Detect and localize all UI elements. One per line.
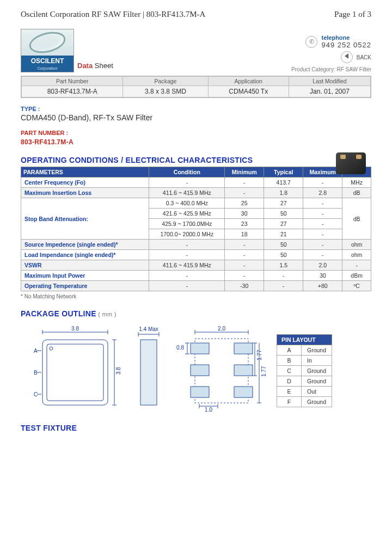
svg-rect-25: [234, 387, 253, 397]
back-link[interactable]: BACK: [357, 54, 371, 60]
logo-brand: OSCILENT: [21, 56, 74, 66]
char-param: Source Impedence (single ended)*: [21, 240, 149, 250]
product-category: Product Category: RF SAW Filter: [291, 66, 371, 72]
package-top-drawing: 3.8 3.8 A B C: [21, 325, 124, 412]
char-cell: -: [303, 250, 342, 260]
pin-fn: Ground: [302, 366, 332, 376]
char-row: Stop Band Attenuation:0.3 ~ 400.0 MHz252…: [21, 198, 371, 209]
pin-fn: Out: [302, 387, 332, 397]
char-cell: -: [303, 219, 342, 229]
char-cell: -: [149, 281, 225, 291]
char-cell: 25: [225, 198, 264, 209]
type-value: CDMA450 (D-Band), RF-Tx SAW Filter: [21, 113, 371, 122]
char-cell: 0.3 ~ 400.0 MHz: [149, 198, 225, 209]
svg-rect-20: [191, 343, 209, 354]
char-cell: 411.6 ~ 415.9 MHz: [149, 188, 225, 198]
type-label: TYPE :: [21, 106, 371, 112]
side-B: B: [34, 370, 38, 376]
section-operating-title: OPERATING CONDITIONS / ELECTRICAL CHARAC…: [21, 156, 371, 164]
char-cell: -: [303, 198, 342, 209]
pin-fn: In: [302, 356, 332, 366]
pin-row: CGround: [277, 366, 332, 376]
char-cell: 50: [264, 240, 303, 250]
char-cell: 2.0: [303, 260, 342, 271]
char-cell: 1.8: [264, 188, 303, 198]
ch-h-3: Typical: [264, 167, 303, 177]
ch-h-0: PARAMETERS: [21, 167, 149, 177]
pin-id: B: [277, 356, 302, 366]
doc-header-right: Page 1 of 3: [334, 10, 371, 19]
package-unit: ( mm ): [96, 311, 117, 317]
char-cell: -: [225, 177, 264, 188]
char-cell: -: [149, 177, 225, 188]
char-param: Maximum Insertion Loss: [21, 188, 149, 198]
logo-sub: Corporation: [21, 66, 74, 72]
char-cell: -: [303, 240, 342, 250]
char-cell: -: [225, 271, 264, 281]
doc-header-left: Oscilent Corporation RF SAW Filter | 803…: [21, 10, 205, 19]
char-cell: 50: [264, 209, 303, 219]
char-param: Load Impendance (single ended)*: [21, 250, 149, 260]
char-cell: -: [303, 209, 342, 219]
pin-fn: Ground: [302, 376, 332, 387]
pin-layout-title: PIN LAYOUT: [277, 335, 332, 345]
char-param: Stop Band Attenuation:: [21, 198, 149, 240]
sum-v-1: 3.8 x 3.8 SMD: [123, 86, 208, 97]
char-row: Center Frequency (Fo)--413.7-MHz: [21, 177, 371, 188]
ch-h-1: Condition: [149, 167, 225, 177]
char-cell: 1.5: [264, 260, 303, 271]
sum-v-3: Jan. 01, 2007: [289, 86, 370, 97]
char-cell: 27: [264, 219, 303, 229]
char-unit: dB: [342, 198, 371, 240]
char-unit: ohm: [342, 240, 371, 250]
phone-icon: ✆: [305, 36, 317, 48]
pin-id: A: [277, 345, 302, 356]
pin-row: BIn: [277, 356, 332, 366]
sum-h-3: Last Modified: [289, 77, 370, 86]
char-cell: -: [264, 281, 303, 291]
char-cell: 50: [264, 250, 303, 260]
sum-h-2: Application: [208, 77, 289, 86]
char-row: VSWR411.6 ~ 415.9 MHz-1.52.0-: [21, 260, 371, 271]
char-param: VSWR: [21, 260, 149, 271]
pin-id: D: [277, 376, 302, 387]
char-cell: 2.8: [303, 188, 342, 198]
char-cell: -: [264, 271, 303, 281]
dim-hmax: 1.4 Max: [139, 326, 158, 332]
char-unit: dBm: [342, 271, 371, 281]
char-cell: -: [149, 250, 225, 260]
svg-rect-24: [191, 387, 209, 397]
dim-padx: 1.0: [205, 407, 212, 412]
dim-w: 3.8: [71, 326, 79, 332]
char-unit: MHz: [342, 177, 371, 188]
pin-row: FGround: [277, 397, 332, 407]
ch-h-2: Minimum: [225, 167, 264, 177]
svg-rect-15: [140, 340, 157, 405]
company-logo: OSCILENT Corporation: [21, 29, 74, 72]
svg-point-8: [50, 347, 53, 350]
datasheet-rest: Sheet: [93, 62, 113, 70]
char-cell: -: [225, 260, 264, 271]
partnumber-value: 803-RF413.7M-A: [21, 138, 371, 146]
char-row: Maximum Input Power---30dBm: [21, 271, 371, 281]
dim-pady: 0.8: [176, 345, 184, 351]
pin-fn: Ground: [302, 345, 332, 356]
char-unit: ºC: [342, 281, 371, 291]
pin-row: DGround: [277, 376, 332, 387]
char-cell: -: [149, 271, 225, 281]
dim-h: 3.8: [115, 367, 121, 375]
sum-h-1: Package: [123, 77, 208, 86]
back-icon[interactable]: [341, 51, 353, 63]
pin-fn: Ground: [302, 397, 332, 407]
char-cell: 21: [264, 229, 303, 240]
char-cell: -: [225, 188, 264, 198]
char-cell: 421.6 ~ 425.9 MHz: [149, 209, 225, 219]
char-cell: -: [303, 229, 342, 240]
svg-rect-21: [234, 343, 253, 354]
pin-id: E: [277, 387, 302, 397]
char-cell: -: [225, 240, 264, 250]
char-row: Operating Temperature--30-+80ºC: [21, 281, 371, 291]
pin-layout-table: PIN LAYOUT AGroundBInCGroundDGroundEOutF…: [277, 334, 332, 407]
char-unit: dB: [342, 188, 371, 198]
dim-w2: 2.0: [218, 326, 225, 332]
